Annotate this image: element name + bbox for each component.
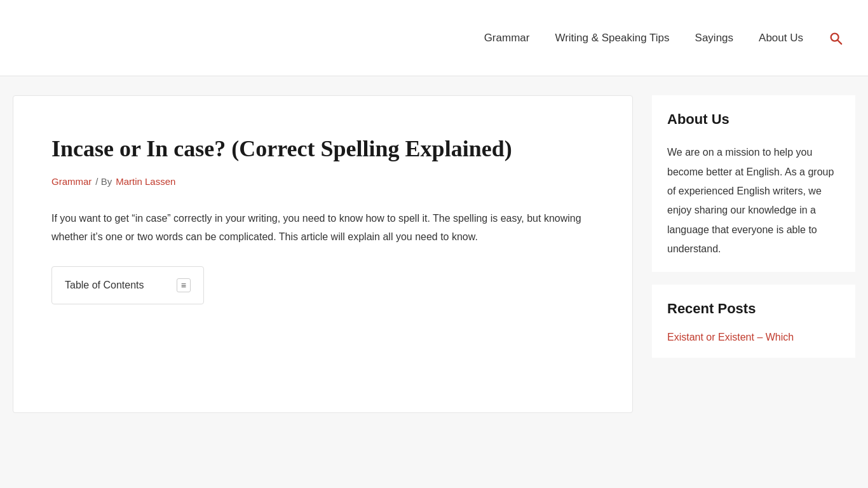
search-button[interactable] bbox=[829, 31, 843, 45]
site-header: Grammar Writing & Speaking Tips Sayings … bbox=[0, 0, 868, 76]
toc-title: Table of Contents bbox=[65, 277, 144, 294]
recent-posts-widget: Recent Posts Existant or Existent – Whic… bbox=[652, 285, 855, 358]
meta-separator: / By bbox=[95, 174, 112, 189]
article-container: Incase or In case? (Correct Spelling Exp… bbox=[13, 95, 633, 413]
article-category[interactable]: Grammar bbox=[51, 174, 92, 189]
toc-toggle-button[interactable]: ≡ bbox=[177, 278, 191, 292]
main-nav: Grammar Writing & Speaking Tips Sayings … bbox=[484, 29, 843, 46]
nav-writing[interactable]: Writing & Speaking Tips bbox=[555, 29, 669, 46]
main-wrapper: Incase or In case? (Correct Spelling Exp… bbox=[0, 76, 868, 432]
article-intro: If you want to get “in case” correctly i… bbox=[51, 210, 594, 247]
toc-toggle-icon: ≡ bbox=[181, 280, 186, 290]
article-title: Incase or In case? (Correct Spelling Exp… bbox=[51, 134, 594, 164]
nav-about[interactable]: About Us bbox=[759, 29, 803, 46]
article-author[interactable]: Martin Lassen bbox=[116, 174, 175, 189]
recent-post-item[interactable]: Existant or Existent – Which bbox=[667, 330, 840, 345]
nav-sayings[interactable]: Sayings bbox=[695, 29, 733, 46]
recent-posts-title: Recent Posts bbox=[667, 297, 840, 320]
about-widget: About Us We are on a mission to help you… bbox=[652, 95, 855, 272]
about-widget-title: About Us bbox=[667, 108, 840, 130]
article-meta: Grammar / By Martin Lassen bbox=[51, 174, 594, 189]
nav-grammar[interactable]: Grammar bbox=[484, 29, 530, 46]
sidebar: About Us We are on a mission to help you… bbox=[652, 95, 855, 370]
about-widget-text: We are on a mission to help you become b… bbox=[667, 143, 840, 259]
toc-header: Table of Contents ≡ bbox=[65, 277, 191, 294]
toc-box: Table of Contents ≡ bbox=[51, 266, 204, 304]
svg-line-1 bbox=[837, 40, 841, 44]
search-icon bbox=[829, 31, 843, 45]
